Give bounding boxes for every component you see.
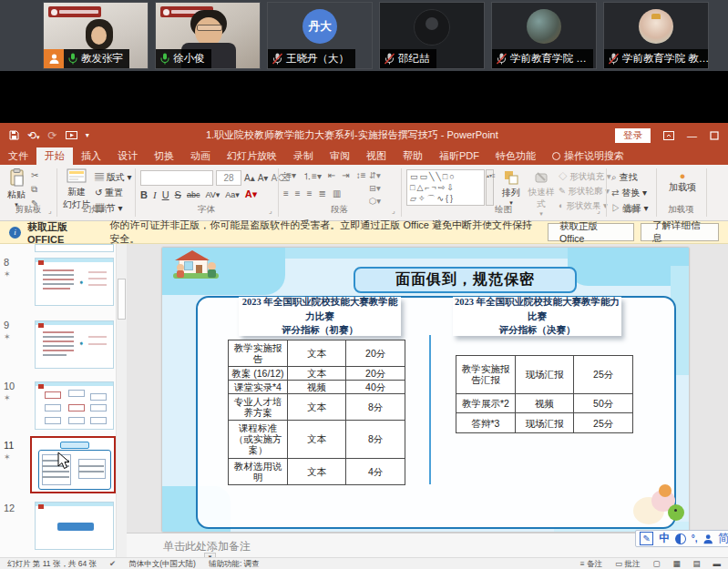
tell-me-icon: [552, 152, 560, 160]
thumbnail-scrollbar[interactable]: [116, 244, 127, 557]
ime-lang-button[interactable]: 简: [718, 531, 728, 546]
table-row: 课堂实录*4 视频 40分: [229, 380, 405, 393]
participant-label: 学前教育学院 …: [492, 49, 593, 68]
selected-slide-thumbnail[interactable]: [30, 436, 116, 493]
tab-home[interactable]: 开始: [36, 147, 73, 165]
tab-file[interactable]: 文件: [0, 147, 36, 165]
avatar: [527, 9, 561, 44]
view-slideshow-icon[interactable]: ▬: [713, 559, 722, 568]
black-band: [0, 71, 728, 123]
slide-number: 9: [4, 320, 24, 330]
slides-group-label: 幻灯片: [56, 204, 135, 216]
mic-on-icon: [68, 53, 77, 65]
tab-transitions[interactable]: 切换: [146, 147, 182, 165]
tab-slideshow[interactable]: 幻灯片放映: [219, 147, 285, 165]
undo-icon[interactable]: ⟲▾: [27, 129, 40, 142]
spellcheck-icon[interactable]: ✔: [109, 559, 116, 568]
table-row: 教学展示*2 视频 50分: [456, 393, 633, 413]
animation-star-icon[interactable]: ✶: [4, 393, 11, 402]
tab-review[interactable]: 审阅: [322, 147, 358, 165]
view-sorter-icon[interactable]: ▦: [672, 559, 680, 568]
license-warning-bar: i 获取正版 OFFICE 你的许可证并非正版，你可能是盗版软件的受害者。立即通…: [0, 221, 728, 244]
slideshow-icon[interactable]: [66, 131, 77, 140]
slide-canvas: 面面俱到，规范保密 2023 年全国职业院校技能大赛教学能力比赛 评分指标（初赛…: [127, 244, 728, 533]
tab-insert[interactable]: 插入: [73, 147, 109, 165]
status-bar: 幻灯片 第 11 张，共 64 张 ✔ 简体中文(中国大陆) 辅助功能: 调查 …: [0, 557, 728, 569]
ime-pen-icon[interactable]: ✎: [640, 532, 653, 545]
status-accessibility[interactable]: 辅助功能: 调查: [209, 559, 260, 569]
slide-thumbnail[interactable]: ➧: [35, 258, 114, 306]
participant-label: 教发张宇: [64, 49, 129, 68]
slide-thumbnail[interactable]: [35, 381, 114, 430]
participant-tile[interactable]: 学前教育学院 …: [491, 2, 597, 69]
table-row: 教材选用说明 文本 4分: [229, 459, 405, 485]
tab-record[interactable]: 录制: [285, 147, 322, 165]
table-row: 教学实施报告汇报 现场汇报 25分: [456, 356, 633, 394]
animation-star-icon[interactable]: ✶: [4, 452, 11, 462]
view-reading-icon[interactable]: ▤: [692, 559, 700, 568]
status-language[interactable]: 简体中文(中国大陆): [128, 559, 196, 569]
tell-me-search[interactable]: 操作说明搜索: [544, 147, 632, 165]
tab-special-features[interactable]: 特色功能: [487, 147, 544, 165]
participant-tile[interactable]: 丹大 王晓丹（大）: [267, 2, 373, 69]
tab-animations[interactable]: 动画: [182, 147, 219, 165]
tab-foxit-pdf[interactable]: 福昕PDF: [431, 147, 487, 165]
minimize-icon[interactable]: —: [687, 130, 697, 141]
maximize-icon[interactable]: [710, 131, 719, 140]
view-normal-icon[interactable]: ▢: [652, 559, 660, 568]
ime-mode-button[interactable]: 中: [659, 531, 670, 546]
arrow-shape: ➧: [78, 279, 85, 287]
slide-title: 面面俱到，规范保密: [354, 267, 577, 293]
flower-decoration: [631, 483, 686, 532]
tab-view[interactable]: 视图: [358, 147, 395, 165]
clipboard-dialog-launcher[interactable]: ⌟: [48, 208, 56, 215]
participant-name: 邵纪喆: [398, 52, 430, 66]
tab-help[interactable]: 帮助: [395, 147, 431, 165]
redo-icon[interactable]: ⟳: [48, 129, 57, 142]
qat-more-icon[interactable]: ▾: [86, 131, 89, 139]
participant-tile[interactable]: 徐小俊: [155, 2, 261, 69]
house-illustration: [173, 249, 219, 279]
participant-tile[interactable]: 教发张宇: [43, 2, 149, 69]
mic-muted-icon: [272, 53, 282, 65]
paragraph-dialog-launcher[interactable]: ⌟: [392, 208, 399, 215]
login-button[interactable]: 登录: [615, 128, 651, 143]
person-icon: [48, 53, 60, 65]
mic-muted-icon: [609, 53, 619, 65]
ribbon-display-icon[interactable]: [663, 131, 674, 140]
slide-thumbnail[interactable]: [35, 502, 114, 550]
font-dialog-launcher[interactable]: ⌟: [269, 208, 276, 215]
animation-star-icon[interactable]: ✶: [4, 269, 11, 279]
participant-tile[interactable]: 学前教育学院 教…: [603, 2, 709, 69]
drawing-group: 绘图 ⌟: [401, 165, 606, 218]
comments-icon: ▭: [615, 559, 624, 568]
slide-thumbnail-panel: 8 ✶ ➧ 9 ✶ ➧ 10: [0, 244, 116, 557]
ime-width-icon[interactable]: [675, 533, 685, 544]
table-row: 答辩*3 现场汇报 25分: [456, 413, 633, 433]
window-title: 1.职业院校教师教学能力大赛系列-实施报告撰写技巧 - PowerPoint: [98, 128, 606, 142]
clipboard-group: 剪贴板 ⌟: [0, 165, 56, 218]
status-comments-button[interactable]: ▭ 批注: [615, 559, 640, 569]
ime-punctuation-icon[interactable]: °,: [692, 533, 698, 544]
participant-tile[interactable]: 邵纪喆: [379, 2, 485, 69]
current-slide[interactable]: 面面俱到，规范保密 2023 年全国职业院校技能大赛教学能力比赛 评分指标（初赛…: [162, 248, 689, 532]
slide-thumbnail-partial[interactable]: [35, 244, 114, 252]
drawing-dialog-launcher[interactable]: ⌟: [597, 208, 604, 215]
status-notes-button[interactable]: ≡ 备注: [580, 559, 602, 569]
tab-design[interactable]: 设计: [109, 147, 146, 165]
get-genuine-office-button[interactable]: 获取正版 Office: [548, 223, 634, 241]
participant-name: 王晓丹（大）: [286, 52, 349, 66]
mic-muted-icon: [385, 53, 395, 65]
notes-icon: ≡: [580, 559, 587, 568]
ime-person-icon[interactable]: [703, 533, 713, 544]
table-row: 教案 (16/12) 文本 20分: [229, 366, 405, 380]
animation-star-icon[interactable]: ✶: [4, 332, 11, 341]
info-icon: i: [9, 227, 21, 239]
learn-more-button[interactable]: 了解详细信息: [641, 223, 719, 241]
save-icon[interactable]: [9, 130, 19, 140]
license-message: 你的许可证并非正版，你可能是盗版软件的受害者。立即通过正版 Office 避免中…: [109, 218, 541, 246]
slide-number: 10: [4, 381, 24, 391]
screen: 教发张宇 徐小俊 丹大 王晓丹（大）: [0, 0, 728, 569]
slide-thumbnail[interactable]: ➧: [35, 320, 114, 369]
scrollbar-thumb[interactable]: [118, 279, 126, 320]
